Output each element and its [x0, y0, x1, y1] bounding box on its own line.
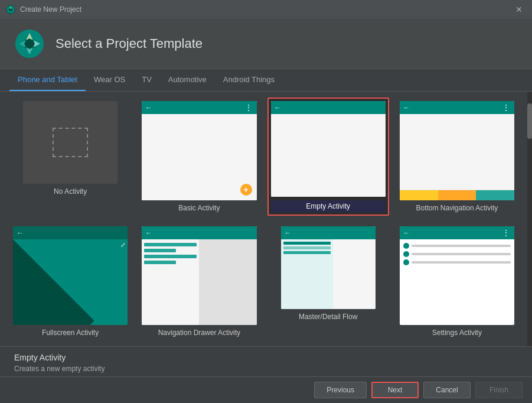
bottom-nav-body: [400, 114, 514, 190]
nav-drawer-label: Navigation Drawer Activity: [158, 329, 240, 337]
template-nav-drawer[interactable]: ← Navigation Drawer Activity: [138, 223, 260, 341]
diagonal-decoration: [13, 239, 128, 326]
master-detail-label: Master/Detail Flow: [299, 313, 357, 321]
previous-button[interactable]: Previous: [314, 382, 367, 398]
dashed-box: [53, 128, 88, 157]
empty-topbar: ←: [271, 101, 386, 114]
nav-drawer-preview: ←: [142, 226, 256, 326]
nav-drawer-side: [142, 239, 199, 326]
back-arrow-icon: ←: [145, 229, 152, 236]
settings-group-1: [403, 243, 511, 249]
cancel-button[interactable]: Cancel: [423, 382, 471, 398]
back-arrow-icon: ←: [285, 229, 291, 236]
settings-line-3: [412, 261, 511, 264]
basic-activity-preview: ← ⋮ +: [142, 101, 256, 200]
empty-body: [271, 114, 386, 197]
master-detail-preview: ←: [281, 226, 376, 309]
fullscreen-activity-label: Fullscreen Activity: [42, 329, 99, 337]
menu-dots-icon: ⋮: [502, 228, 511, 238]
settings-group-3: [403, 259, 511, 265]
no-activity-preview: [23, 101, 118, 184]
master-item-3: [283, 251, 331, 254]
master-item-1: [283, 242, 331, 245]
nav-item-1: [144, 243, 197, 246]
content-area: No Activity ← ⋮ + Basic Activity: [0, 92, 532, 346]
bottom-nav-item-3: [476, 190, 514, 200]
fullscreen-preview: ← ⤢: [13, 226, 128, 326]
finish-button[interactable]: Finish: [475, 382, 523, 398]
settings-activity-label: Settings Activity: [432, 329, 482, 337]
settings-group-2: [403, 251, 511, 257]
nav-item-4: [144, 261, 175, 264]
nav-drawer-content: [199, 239, 256, 326]
expand-icon: ⤢: [120, 242, 125, 248]
master-panel: [281, 239, 333, 309]
back-arrow-icon: ←: [17, 229, 23, 236]
menu-dots-icon: ⋮: [502, 103, 511, 112]
template-empty-activity[interactable]: ← Empty Activity: [267, 98, 389, 216]
template-fullscreen-activity[interactable]: ← ⤢ Fullscreen Activity: [9, 223, 131, 341]
tabs-bar: Phone and Tablet Wear OS TV Automotive A…: [0, 69, 532, 92]
basic-activity-label: Basic Activity: [178, 204, 220, 212]
basic-topbar: ← ⋮: [142, 101, 256, 114]
template-no-activity[interactable]: No Activity: [9, 98, 131, 216]
title-bar-left: Create New Project: [6, 5, 81, 14]
title-bar-title: Create New Project: [20, 5, 81, 14]
back-arrow-icon: ←: [403, 229, 410, 236]
scrollbar[interactable]: [527, 92, 532, 346]
settings-dot-3: [403, 259, 409, 265]
tab-phone-tablet[interactable]: Phone and Tablet: [9, 69, 86, 91]
nav-drawer-body: [142, 239, 256, 326]
template-master-detail[interactable]: ← Master/Detail Flow: [267, 223, 389, 341]
back-arrow-icon: ←: [275, 104, 281, 111]
bottom-nav-bar: [400, 190, 514, 200]
settings-preview: ← ⋮: [400, 226, 514, 326]
svg-point-3: [24, 38, 35, 50]
template-settings-activity[interactable]: ← ⋮: [396, 223, 518, 341]
scrollbar-thumb[interactable]: [527, 103, 532, 139]
android-studio-icon: [6, 5, 15, 14]
template-basic-activity[interactable]: ← ⋮ + Basic Activity: [138, 98, 260, 216]
tab-android-things[interactable]: Android Things: [215, 69, 283, 91]
fullscreen-body: ⤢: [13, 239, 128, 326]
selection-info: Empty Activity Creates a new empty activ…: [0, 346, 532, 376]
settings-dot-1: [403, 243, 409, 249]
settings-line-1: [412, 245, 511, 247]
settings-line-2: [412, 253, 511, 255]
menu-dots-icon: ⋮: [244, 103, 253, 112]
master-detail-topbar: ←: [281, 226, 376, 239]
template-bottom-navigation[interactable]: ← ⋮ Bottom Navigation Activity: [396, 98, 518, 216]
back-arrow-icon: ←: [403, 104, 410, 111]
basic-body: +: [142, 114, 256, 200]
create-new-project-dialog: Create New Project ✕ Select a Project Te…: [0, 0, 532, 403]
bottom-navigation-label: Bottom Navigation Activity: [416, 204, 498, 212]
master-item-2: [283, 246, 331, 249]
bottom-nav-item-2: [438, 190, 476, 200]
settings-body: [400, 239, 514, 326]
settings-topbar: ← ⋮: [400, 226, 514, 239]
back-arrow-icon: ←: [145, 104, 152, 111]
nav-drawer-topbar: ←: [142, 226, 256, 239]
fab-icon: +: [240, 184, 252, 196]
bottom-nav-preview: ← ⋮: [400, 101, 514, 200]
detail-panel: [333, 239, 376, 309]
dialog-header: Select a Project Template: [0, 19, 532, 69]
settings-dot-2: [403, 251, 409, 257]
tab-tv[interactable]: TV: [133, 69, 160, 91]
master-detail-body: [281, 239, 376, 309]
template-grid: No Activity ← ⋮ + Basic Activity: [0, 92, 527, 346]
next-button[interactable]: Next: [371, 382, 419, 398]
empty-activity-label: Empty Activity: [271, 200, 386, 212]
title-bar: Create New Project ✕: [0, 0, 532, 19]
android-studio-logo: [14, 28, 45, 59]
dialog-title: Select a Project Template: [56, 36, 203, 51]
bottom-nav-item-1: [400, 190, 438, 200]
tab-wear-os[interactable]: Wear OS: [86, 69, 133, 91]
empty-activity-preview: ←: [271, 101, 386, 197]
dialog-footer: Previous Next Cancel Finish: [0, 376, 532, 403]
tab-automotive[interactable]: Automotive: [160, 69, 215, 91]
nav-item-2: [144, 249, 175, 252]
bottom-nav-topbar: ← ⋮: [400, 101, 514, 114]
close-button[interactable]: ✕: [512, 4, 526, 15]
selection-title: Empty Activity: [14, 353, 518, 362]
